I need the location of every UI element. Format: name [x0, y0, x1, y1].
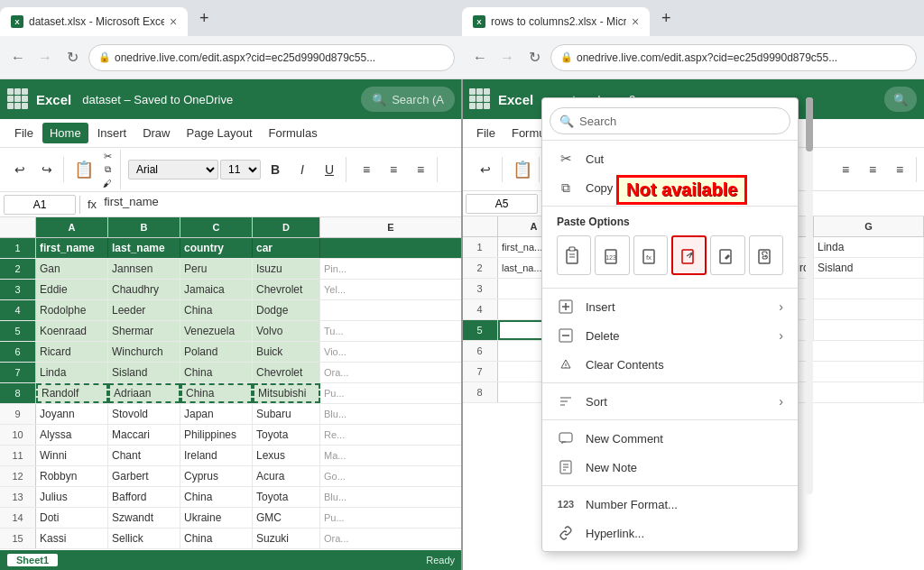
sheet-tab-left[interactable]: Sheet1 — [7, 554, 58, 566]
back-button-left[interactable]: ← — [7, 47, 29, 69]
cell-E4[interactable] — [320, 300, 462, 320]
context-menu-scrollbar[interactable] — [806, 97, 813, 494]
menu-insert-left[interactable]: Insert — [90, 123, 134, 143]
forward-button-right[interactable]: → — [496, 47, 518, 69]
paste-icon-formatting[interactable] — [710, 235, 744, 275]
cell-ref-input-left[interactable] — [4, 195, 76, 215]
menu-draw-left[interactable]: Draw — [135, 123, 177, 143]
cell-A9[interactable]: Joyann — [36, 404, 108, 424]
cell-C10[interactable]: Philippines — [180, 425, 253, 445]
cell-B15[interactable]: Sellick — [108, 529, 180, 548]
cell-C12[interactable]: Cyprus — [180, 466, 253, 486]
ctx-item-clear-contents[interactable]: Clear Contents — [542, 350, 798, 379]
col-header-B[interactable]: B — [108, 217, 180, 237]
menu-file-left[interactable]: File — [7, 123, 41, 143]
cell-A14[interactable]: Doti — [36, 508, 108, 528]
cell-B13[interactable]: Bafford — [108, 487, 180, 507]
new-tab-button-right[interactable]: + — [653, 5, 679, 31]
align-left-right[interactable]: ≡ — [833, 157, 858, 182]
refresh-button-left[interactable]: ↻ — [61, 47, 83, 69]
url-bar-left[interactable]: 🔒 onedrive.live.com/edit.aspx?cid=ec25d9… — [88, 44, 455, 71]
cell-B3[interactable]: Chaudhry — [108, 280, 180, 299]
cell-E15[interactable]: Ora... — [320, 529, 462, 548]
cell-B11[interactable]: Chant — [108, 446, 180, 465]
cell-E10[interactable]: Re... — [320, 425, 462, 445]
align-right-button[interactable]: ≡ — [408, 157, 433, 182]
cell-C13[interactable]: China — [180, 487, 253, 507]
paste-icon-link[interactable] — [749, 235, 783, 275]
cell-A6[interactable]: Ricard — [36, 342, 108, 362]
cell-A2[interactable]: Gan — [36, 259, 108, 279]
cell-rG2[interactable]: Sisland — [814, 258, 924, 278]
cell-D6[interactable]: Buick — [253, 342, 320, 362]
cell-E2[interactable]: Pin... — [320, 259, 462, 279]
italic-button[interactable]: I — [290, 157, 315, 182]
ctx-item-sort[interactable]: Sort › — [542, 387, 798, 416]
cell-E14[interactable]: Pu... — [320, 508, 462, 528]
cell-B14[interactable]: Szwandt — [108, 508, 180, 528]
cell-E13[interactable]: Blu... — [320, 487, 462, 507]
undo-button-right[interactable]: ↩ — [473, 157, 498, 182]
tab-right[interactable]: X rows to columns2.xlsx - Microsof... × — [462, 7, 650, 36]
cell-C1[interactable]: country — [180, 238, 253, 258]
cell-B12[interactable]: Garbert — [108, 466, 180, 486]
undo-button[interactable]: ↩ — [7, 157, 32, 182]
copy-button[interactable]: ⧉ — [98, 163, 116, 176]
cell-A15[interactable]: Kassi — [36, 529, 108, 548]
ctx-search-box[interactable]: 🔍 Search — [550, 107, 790, 134]
cell-D7[interactable]: Chevrolet — [253, 363, 320, 382]
cell-C15[interactable]: China — [180, 529, 253, 548]
cell-A7[interactable]: Linda — [36, 363, 108, 382]
col-header-G-right[interactable]: G — [814, 216, 924, 236]
tab-left[interactable]: X dataset.xlsx - Microsoft Excel On... × — [0, 7, 188, 36]
ribbon-search-left[interactable]: 🔍 Search (A — [361, 87, 455, 112]
cell-A10[interactable]: Alyssa — [36, 425, 108, 445]
cell-rG5[interactable] — [814, 320, 924, 340]
cell-A8[interactable]: Randolf — [36, 383, 108, 403]
cell-D5[interactable]: Volvo — [253, 321, 320, 341]
ctx-item-number-format[interactable]: 123 Number Format... — [542, 490, 798, 519]
cell-A4[interactable]: Rodolphe — [36, 300, 108, 320]
ctx-item-delete[interactable]: Delete › — [542, 321, 798, 350]
cell-A3[interactable]: Eddie — [36, 280, 108, 299]
cell-B4[interactable]: Leeder — [108, 300, 180, 320]
cell-B2[interactable]: Jannsen — [108, 259, 180, 279]
waffle-icon-right[interactable] — [469, 88, 491, 110]
ctx-item-insert[interactable]: Insert › — [542, 292, 798, 321]
cell-C11[interactable]: Ireland — [180, 446, 253, 465]
ctx-item-hyperlink[interactable]: Hyperlink... — [542, 519, 798, 547]
cell-D14[interactable]: GMC — [253, 508, 320, 528]
menu-formulas-left[interactable]: Formulas — [262, 123, 325, 143]
cell-rG4[interactable] — [814, 299, 924, 319]
align-center-right[interactable]: ≡ — [860, 157, 885, 182]
cell-D3[interactable]: Chevrolet — [253, 280, 320, 299]
waffle-icon-left[interactable] — [7, 88, 29, 110]
cell-E11[interactable]: Ma... — [320, 446, 462, 465]
cell-E9[interactable]: Blu... — [320, 404, 462, 424]
cell-C5[interactable]: Venezuela — [180, 321, 253, 341]
cell-B6[interactable]: Winchurch — [108, 342, 180, 362]
cell-C4[interactable]: China — [180, 300, 253, 320]
cell-E3[interactable]: Yel... — [320, 280, 462, 299]
format-painter-button[interactable]: 🖌 — [98, 177, 116, 189]
cell-C9[interactable]: Japan — [180, 404, 253, 424]
paste-icon-transpose[interactable] — [671, 235, 707, 275]
paste-icon-formula[interactable]: fx — [633, 235, 668, 275]
underline-button[interactable]: U — [317, 157, 342, 182]
ctx-item-new-note[interactable]: New Note — [542, 453, 798, 482]
menu-home-left[interactable]: Home — [42, 123, 88, 143]
bold-button[interactable]: B — [263, 157, 288, 182]
paste-button-right[interactable]: 📋 — [510, 157, 535, 182]
paste-icon-values[interactable]: 123 — [595, 235, 629, 275]
cell-E1[interactable] — [320, 238, 462, 258]
cell-D9[interactable]: Subaru — [253, 404, 320, 424]
paste-icon-regular[interactable] — [557, 235, 591, 275]
cell-B9[interactable]: Stovold — [108, 404, 180, 424]
col-header-extra[interactable]: E — [320, 217, 462, 237]
cell-C3[interactable]: Jamaica — [180, 280, 253, 299]
ribbon-search-right[interactable]: 🔍 — [884, 87, 917, 112]
cell-D13[interactable]: Toyota — [253, 487, 320, 507]
cell-ref-input-right[interactable] — [466, 194, 538, 214]
menu-pagelayout-left[interactable]: Page Layout — [180, 123, 260, 143]
new-tab-button-left[interactable]: + — [191, 5, 217, 31]
